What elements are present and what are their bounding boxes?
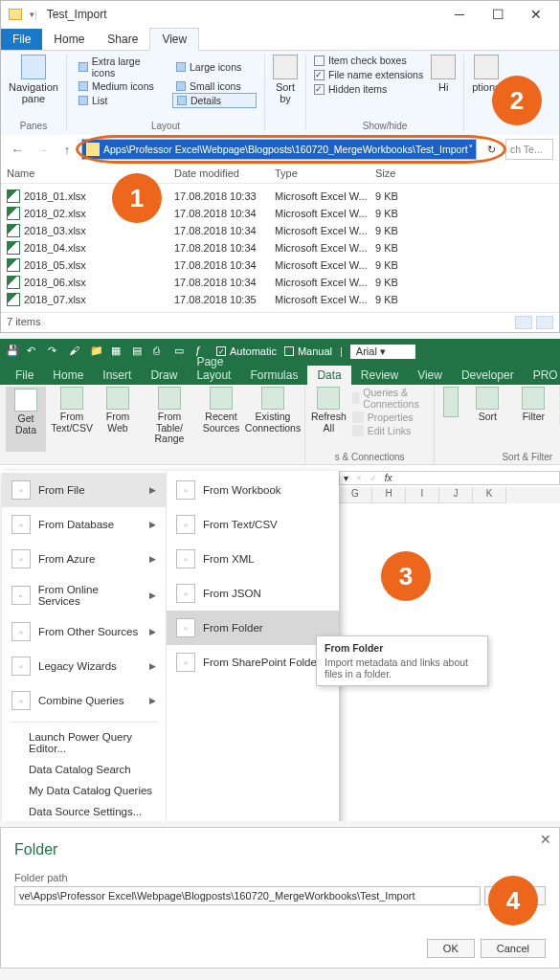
print-icon[interactable]: ⎙ — [153, 345, 167, 358]
file-row[interactable]: 2018_04.xlsx17.08.2018 10:34Microsoft Ex… — [7, 239, 553, 256]
get-data-button[interactable]: Get Data — [6, 387, 46, 452]
item-checkboxes-checkbox[interactable] — [314, 56, 325, 66]
layout-details[interactable]: Details — [172, 93, 257, 108]
recent-sources-button[interactable]: Recent Sources — [201, 387, 241, 452]
new-icon[interactable]: ▦ — [111, 345, 124, 358]
submenu-from-json[interactable]: ▫From JSON — [167, 576, 339, 611]
file-row[interactable]: 2018_07.xlsx17.08.2018 10:35Microsoft Ex… — [7, 291, 553, 308]
details-view-button[interactable] — [515, 316, 532, 329]
layout-list[interactable]: List — [75, 93, 168, 108]
back-button[interactable]: ← — [7, 139, 28, 160]
tab-file[interactable]: File — [6, 366, 43, 385]
tab-developer[interactable]: Developer — [452, 366, 524, 385]
layout-medium[interactable]: Medium icons — [75, 79, 168, 93]
save-icon[interactable]: 💾 — [6, 345, 19, 358]
submenu-from-folder[interactable]: ▫From Folder — [167, 611, 339, 645]
queries-connections-button[interactable]: Queries & Connections — [352, 387, 429, 410]
tab-pro[interactable]: PRO — [524, 366, 560, 385]
tab-view[interactable]: View — [149, 28, 199, 51]
navigation-pane-button[interactable]: Navigation pane — [9, 55, 58, 104]
submenu-from-workbook[interactable]: ▫From Workbook — [167, 473, 339, 507]
col-header-H[interactable]: H — [372, 487, 406, 503]
cancel-button[interactable]: Cancel — [481, 939, 546, 958]
from-web-button[interactable]: From Web — [98, 387, 138, 452]
hide-selected-button[interactable]: Hi — [431, 55, 456, 93]
layout-small[interactable]: Small icons — [172, 79, 257, 93]
maximize-button[interactable]: ☐ — [479, 7, 517, 22]
printarea-icon[interactable]: ▭ — [174, 345, 188, 358]
edit-links-button[interactable]: Edit Links — [352, 425, 429, 436]
from-textcsv-button[interactable]: From Text/CSV — [52, 387, 92, 452]
chevron-down-icon[interactable]: ˅ — [468, 144, 474, 155]
menu-data-catalog-search[interactable]: Data Catalog Search — [2, 759, 166, 780]
col-header-I[interactable]: I — [406, 487, 439, 503]
menu-from-other-sources[interactable]: ▫From Other Sources▶ — [2, 614, 166, 649]
file-row[interactable]: 2018_05.xlsx17.08.2018 10:34Microsoft Ex… — [7, 256, 553, 274]
col-header-J[interactable]: J — [439, 487, 473, 503]
tab-formulas[interactable]: Formulas — [240, 366, 307, 385]
col-header-G[interactable]: G — [339, 487, 372, 503]
menu-legacy-wizards[interactable]: ▫Legacy Wizards▶ — [2, 649, 166, 683]
sort-button[interactable]: Sort — [467, 387, 507, 452]
refresh-button[interactable]: ↻ — [481, 139, 502, 160]
redo-icon[interactable]: ↷ — [48, 345, 61, 358]
refresh-all-button[interactable]: Refresh All — [311, 387, 347, 452]
menu-data-source-settings---[interactable]: Data Source Settings... — [2, 801, 166, 821]
tab-insert[interactable]: Insert — [93, 366, 141, 385]
thumbnails-view-button[interactable] — [536, 316, 553, 329]
tab-view[interactable]: View — [408, 366, 452, 385]
col-date[interactable]: Date modified — [174, 167, 275, 179]
submenu-from-text-csv[interactable]: ▫From Text/CSV — [167, 507, 339, 542]
sort-az-button[interactable] — [440, 387, 461, 452]
tab-home[interactable]: Home — [42, 29, 96, 50]
col-size[interactable]: Size — [375, 167, 433, 179]
tab-share[interactable]: Share — [96, 29, 149, 50]
existing-conn-button[interactable]: Existing Connections — [247, 387, 299, 452]
tab-home[interactable]: Home — [43, 366, 93, 385]
file-ext-checkbox[interactable]: ✓ — [314, 70, 325, 80]
file-row[interactable]: 2018_02.xlsx17.08.2018 10:34Microsoft Ex… — [7, 205, 553, 222]
up-button[interactable]: ↑ — [56, 139, 78, 160]
submenu-from-sharepoint-folder[interactable]: ▫From SharePoint Folder — [167, 645, 339, 679]
undo-icon[interactable]: ↶ — [27, 345, 40, 358]
brush-icon[interactable]: 🖌 — [69, 345, 82, 358]
layout-extra-large[interactable]: Extra large icons — [75, 55, 168, 79]
forward-button[interactable]: → — [32, 139, 53, 160]
menu-from-online-services[interactable]: ▫From Online Services▶ — [2, 576, 166, 614]
menu-launch-power-query-editor---[interactable]: Launch Power Query Editor... — [2, 726, 166, 759]
menu-from-azure[interactable]: ▫From Azure▶ — [2, 542, 166, 576]
col-type[interactable]: Type — [275, 167, 375, 179]
tab-file[interactable]: File — [1, 29, 42, 50]
close-button[interactable]: ✕ — [517, 7, 555, 22]
tab-review[interactable]: Review — [351, 366, 408, 385]
file-row[interactable]: 2018_03.xlsx17.08.2018 10:34Microsoft Ex… — [7, 222, 553, 239]
folder-path-input[interactable]: ve\Apps\Professor Excel\Webpage\Blogpost… — [14, 886, 481, 905]
tab-draw[interactable]: Draw — [141, 366, 187, 385]
from-table-button[interactable]: From Table/ Range — [144, 387, 195, 452]
submenu-from-xml[interactable]: ▫From XML — [167, 542, 339, 576]
minimize-button[interactable]: ─ — [440, 7, 479, 22]
address-bar[interactable]: Apps\Professor Excel\Webpage\Blogposts\1… — [81, 139, 477, 160]
tab-data[interactable]: Data — [307, 366, 350, 385]
dialog-close-button[interactable]: ✕ — [540, 832, 551, 847]
search-input[interactable]: ch Te... — [505, 139, 553, 160]
menu-my-data-catalog-queries[interactable]: My Data Catalog Queries — [2, 780, 166, 801]
hidden-items-checkbox[interactable]: ✓ — [314, 84, 325, 95]
file-row[interactable]: 2018_01.xlsx17.08.2018 10:33Microsoft Ex… — [7, 188, 553, 205]
layout-large[interactable]: Large icons — [172, 55, 257, 79]
calc-manual[interactable]: Manual — [284, 345, 332, 357]
tab-page-layout[interactable]: Page Layout — [187, 352, 240, 385]
properties-button[interactable]: Properties — [352, 412, 429, 423]
filter-button[interactable]: Filter — [513, 387, 553, 452]
ok-button[interactable]: OK — [427, 939, 475, 958]
sort-by-button[interactable]: Sort by — [273, 55, 298, 104]
formula-bar[interactable]: ▾×✓fx — [339, 471, 560, 485]
menu-combine-queries[interactable]: ▫Combine Queries▶ — [2, 683, 166, 718]
col-header-K[interactable]: K — [473, 487, 506, 503]
font-selector[interactable]: Arial ▾ — [350, 345, 415, 359]
file-row[interactable]: 2018_06.xlsx17.08.2018 10:34Microsoft Ex… — [7, 274, 553, 291]
menu-from-database[interactable]: ▫From Database▶ — [2, 507, 166, 542]
folder-icon[interactable]: 📁 — [90, 345, 103, 358]
calc-icon[interactable]: ▤ — [132, 345, 146, 358]
menu-from-file[interactable]: ▫From File▶ — [2, 473, 166, 507]
